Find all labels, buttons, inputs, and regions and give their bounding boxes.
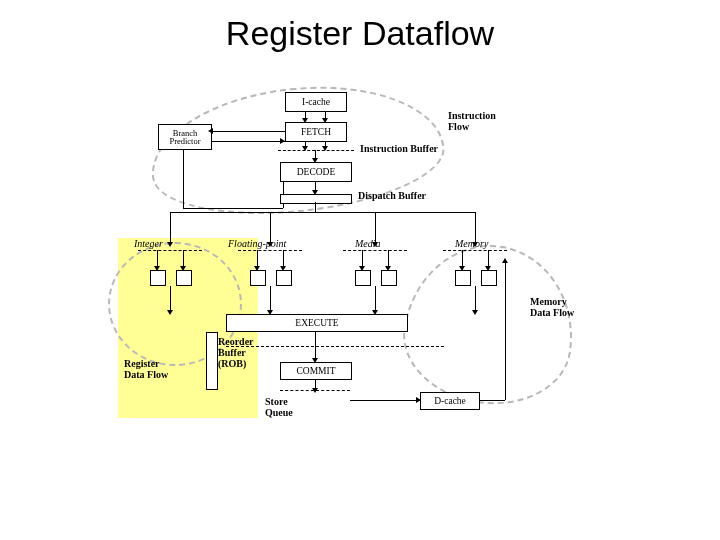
- instruction-buffer-label: Instruction Buffer: [360, 143, 438, 154]
- memory-label: Memory: [455, 238, 488, 249]
- rob-bar: [206, 332, 218, 390]
- instruction-flow-label: Instruction Flow: [448, 110, 518, 132]
- store-queue-label: Store Queue: [265, 396, 305, 418]
- media-label: Media: [355, 238, 381, 249]
- fu-mem-1: [455, 270, 471, 286]
- register-data-flow-label: Register Data Flow: [124, 358, 180, 380]
- execute-block: EXECUTE: [226, 314, 408, 332]
- memory-dataflow-ring: [395, 234, 584, 415]
- fu-media-1: [355, 270, 371, 286]
- fu-mem-2: [481, 270, 497, 286]
- decode-block: DECODE: [280, 162, 352, 182]
- branch-predictor-block: Branch Predictor: [158, 124, 212, 150]
- memory-data-flow-label: Memory Data Flow: [530, 296, 586, 318]
- commit-block: COMMIT: [280, 362, 352, 380]
- fu-integer-2: [176, 270, 192, 286]
- fu-media-2: [381, 270, 397, 286]
- reorder-buffer-label: Reorder Buffer (ROB): [218, 336, 264, 369]
- integer-label: Integer: [134, 238, 163, 249]
- fu-integer-1: [150, 270, 166, 286]
- instruction-buffer-bar: [278, 150, 354, 151]
- pipeline-diagram: I-cache FETCH Branch Predictor Instructi…: [130, 90, 590, 460]
- page-title: Register Dataflow: [0, 14, 720, 53]
- floating-point-label: Floating-point: [228, 238, 286, 249]
- icache-block: I-cache: [285, 92, 347, 112]
- dispatch-buffer-bar: [280, 194, 352, 204]
- fu-fp-2: [276, 270, 292, 286]
- dcache-block: D-cache: [420, 392, 480, 410]
- fetch-block: FETCH: [285, 122, 347, 142]
- fu-fp-1: [250, 270, 266, 286]
- dispatch-buffer-label: Dispatch Buffer: [358, 190, 426, 201]
